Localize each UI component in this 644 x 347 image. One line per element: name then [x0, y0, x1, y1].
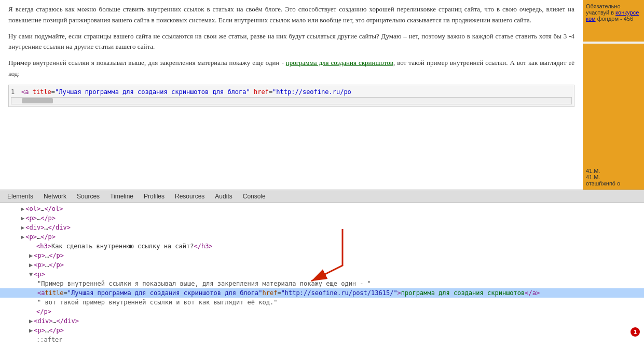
main-content: Я всегда стараюсь как можно больше стави… — [0, 0, 583, 190]
dom-line: ▶ <ol>…</ol> — [0, 204, 644, 213]
collapse-icon[interactable]: ▶ — [21, 215, 24, 222]
paragraph-3: Пример внутренней ссылки я показывал выш… — [8, 58, 574, 79]
collapse-icon[interactable]: ▶ — [29, 317, 33, 325]
devtools-tabs: Elements Network Sources Timeline Profil… — [0, 190, 644, 203]
paragraph-2: Ну сами подумайте, если страницы вашего … — [8, 31, 574, 53]
para3-text1: Пример внутренней ссылки я показывал выш… — [8, 59, 286, 66]
sidebar-bottom-extra: отэшñжнпö о — [586, 180, 641, 186]
dom-line: "Пример внутренней ссылки я показывал вы… — [0, 279, 644, 288]
code-value-href: "http://seofine.ru/po — [272, 88, 351, 96]
tab-console[interactable]: Console — [238, 191, 271, 202]
dom-line: <h3>Как сделать внутреннюю ссылку на сай… — [0, 242, 644, 251]
collapse-icon[interactable]: ▶ — [21, 233, 24, 241]
dom-line: ▼ <p> — [0, 270, 644, 279]
dom-line: ▶ <p>…</p> — [0, 251, 644, 260]
code-attr-title: title — [33, 88, 51, 96]
dom-line: ▶ <div>…</div> — [0, 223, 644, 232]
line-number: 1 — [11, 87, 21, 97]
sidebar-line2: 41.М. — [586, 174, 641, 180]
code-block: 1 <a title="Лучшая программа для создани… — [8, 85, 574, 107]
paragraph-1: Я всегда стараюсь как можно больше стави… — [8, 4, 574, 26]
dom-line: ::after — [0, 335, 644, 344]
tab-network[interactable]: Network — [38, 191, 72, 202]
code-attr-href: href — [254, 88, 269, 96]
dom-line: ▶ <div>…</div> — [0, 316, 644, 326]
code-value-title: "Лучшая программа для создания скриншото… — [55, 88, 250, 96]
collapse-icon[interactable]: ▶ — [29, 252, 33, 259]
tab-resources[interactable]: Resources — [170, 191, 210, 202]
collapse-icon[interactable]: ▶ — [21, 224, 24, 231]
dom-line-highlighted[interactable]: <a title="Лучшая программа для создания … — [0, 288, 644, 298]
collapse-icon[interactable]: ▶ — [29, 261, 33, 269]
dom-line: </p> — [0, 307, 644, 316]
tab-elements[interactable]: Elements — [2, 191, 38, 202]
dom-panel: ▶ <ol>…</ol> ▶ <p>…</p> ▶ <div>…</div> ▶… — [0, 203, 644, 347]
sidebar-ad-bottom: 41.М. 41.М. отэшñжнпö о — [583, 44, 644, 190]
collapse-icon[interactable]: ▶ — [21, 205, 24, 212]
tab-profiles[interactable]: Profiles — [139, 191, 170, 202]
sidebar-line1: 41.М. — [586, 168, 641, 174]
dom-line: " вот такой пример внутренней ссылки и в… — [0, 298, 644, 307]
scrollbar-thumb — [22, 98, 53, 103]
code-content: <a title="Лучшая программа для создания … — [21, 87, 351, 97]
dom-line: ▶ <p>…</p> — [0, 232, 644, 242]
dom-line: ▶ <p>…</p> — [0, 213, 644, 223]
sidebar-extra: фондом - 456 — [597, 16, 633, 22]
error-badge: 1 — [631, 327, 640, 337]
code-tag: <a — [21, 88, 33, 96]
tab-sources[interactable]: Sources — [72, 191, 105, 202]
collapse-icon[interactable]: ▶ — [29, 327, 33, 334]
scrollbar[interactable] — [11, 97, 572, 104]
tab-timeline[interactable]: Timeline — [105, 191, 139, 202]
dom-line: ▶ <p>…</p> — [0, 260, 644, 270]
tab-audits[interactable]: Audits — [210, 191, 237, 202]
dom-line: ▶ <p>…</p> — [0, 326, 644, 335]
internal-link[interactable]: программа для создания скриншотов — [286, 59, 393, 66]
collapse-icon[interactable]: ▼ — [29, 271, 33, 278]
sidebar-right: Обязательно участвуй в конкурсе ком фонд… — [583, 0, 644, 190]
sidebar-ad-top: Обязательно участвуй в конкурсе ком фонд… — [583, 0, 644, 42]
code-line: 1 <a title="Лучшая программа для создани… — [11, 87, 572, 97]
